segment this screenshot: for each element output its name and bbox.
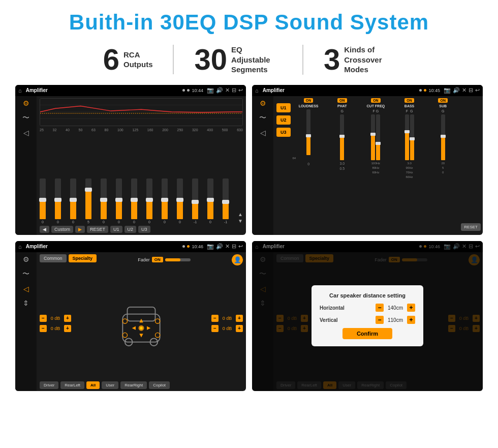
eq-thumb-8[interactable] (146, 198, 153, 202)
ch-cutfreq-slider1[interactable] (371, 114, 375, 160)
eq-slider-9: 0 (162, 178, 168, 224)
crossover-reset-btn[interactable]: RESET (461, 223, 481, 231)
btn-rearleft[interactable]: RearLeft (60, 381, 84, 389)
ch-cutfreq-on: ON (371, 98, 381, 103)
sidebar-wave-icon-3[interactable]: 〜 (22, 270, 29, 279)
tab-common[interactable]: Common (40, 254, 67, 262)
eq-track-5[interactable] (101, 178, 107, 219)
btn-user[interactable]: User (102, 381, 118, 389)
eq-thumb-12[interactable] (207, 198, 214, 202)
db-plus-3[interactable]: + (236, 315, 243, 322)
sidebar-vol-icon-2[interactable]: ◁ (260, 129, 266, 137)
eq-play-btn[interactable]: ▶ (75, 226, 85, 233)
btn-copilot[interactable]: Copilot (149, 381, 170, 389)
eq-track-9[interactable] (162, 178, 168, 219)
btn-driver[interactable]: Driver (40, 381, 58, 389)
eq-track-13[interactable] (223, 178, 229, 219)
eq-thumb-4[interactable] (85, 188, 92, 192)
db-row-3: − 0 dB + (211, 315, 243, 322)
crossover-title: Amplifier (263, 87, 418, 93)
eq-track-3[interactable] (70, 178, 76, 219)
eq-track-4[interactable] (85, 178, 91, 219)
sidebar-wave-icon[interactable]: 〜 (22, 113, 29, 123)
eq-fill-2 (55, 200, 61, 219)
eq-thumb-7[interactable] (131, 198, 138, 202)
eq-slider-10: 0 (177, 178, 183, 224)
sidebar-arrows-icon[interactable]: ⇕ (23, 299, 29, 307)
eq-track-1[interactable] (40, 178, 46, 219)
eq-thumb-13[interactable] (222, 200, 229, 204)
eq-track-12[interactable] (207, 178, 213, 219)
confirm-button[interactable]: Confirm (343, 328, 392, 339)
eq-time: 10:44 (192, 88, 203, 93)
arrow-down[interactable]: ▼ (238, 218, 243, 224)
sidebar-vol-icon-3[interactable]: ◁ (23, 285, 29, 293)
eq-thumb-6[interactable] (115, 198, 122, 202)
ch-loudness-slider1[interactable] (306, 109, 310, 155)
sidebar-eq-icon-3[interactable]: ⚙ (23, 255, 29, 263)
ch-cutfreq-slider2[interactable] (376, 114, 380, 160)
db-plus-4[interactable]: + (236, 325, 243, 332)
db-minus-2[interactable]: − (40, 325, 47, 332)
user-icon[interactable]: 👤 (232, 254, 243, 265)
eq-u3-btn[interactable]: U3 (138, 226, 150, 233)
eq-track-7[interactable] (131, 178, 137, 219)
btn-all[interactable]: All (86, 381, 100, 389)
ch-cutfreq-thumb2[interactable] (376, 142, 381, 145)
screen-eq: ⌂ Amplifier 10:44 📷 🔊 ✕ ⊟ ↩ ⚙ 〜 ◁ (15, 85, 246, 235)
sidebar-eq-icon[interactable]: ⚙ (23, 99, 29, 107)
eq-track-10[interactable] (177, 178, 183, 219)
close-icon: ✕ (225, 87, 230, 94)
arrow-up[interactable]: ▲ (238, 212, 243, 217)
eq-thumb-1[interactable] (39, 198, 46, 202)
ch-bass-sliders (405, 114, 414, 160)
eq-custom-btn[interactable]: Custom (51, 226, 73, 233)
ch-bass-slider1[interactable] (405, 114, 409, 160)
ch-bass-slider2[interactable] (410, 114, 414, 160)
dialog-vertical-minus[interactable]: − (376, 316, 384, 324)
ch-cutfreq-thumb1[interactable] (370, 133, 376, 136)
eq-u1-btn[interactable]: U1 (110, 226, 122, 233)
ch-phat-thumb1[interactable] (339, 135, 345, 138)
ch-bass-thumb1[interactable] (404, 130, 410, 133)
sidebar-wave-icon-2[interactable]: 〜 (259, 113, 266, 123)
sidebar-eq-icon-2[interactable]: ⚙ (260, 99, 266, 107)
ch-sub-slider1[interactable] (441, 114, 445, 160)
eq-thumb-10[interactable] (176, 198, 183, 202)
eq-u2-btn[interactable]: U2 (124, 226, 137, 233)
sidebar-vol-icon[interactable]: ◁ (23, 129, 29, 137)
eq-thumb-3[interactable] (70, 198, 77, 202)
fader-h-slider[interactable] (165, 258, 191, 261)
db-minus-1[interactable]: − (40, 315, 47, 322)
ch-sub-sliders (441, 114, 445, 160)
db-minus-4[interactable]: − (211, 325, 219, 332)
eq-track-8[interactable] (146, 178, 152, 219)
u1-btn[interactable]: U1 (276, 103, 291, 112)
ch-bass-thumb2[interactable] (410, 137, 415, 140)
dialog-horizontal-minus[interactable]: − (376, 304, 384, 312)
db-plus-1[interactable]: + (64, 315, 71, 322)
db-minus-3[interactable]: − (211, 315, 219, 322)
dialog-horizontal-plus[interactable]: + (407, 304, 415, 312)
eq-reset-btn[interactable]: RESET (87, 226, 108, 233)
stat-number-eq: 30 (194, 45, 227, 74)
dialog-vertical-plus[interactable]: + (407, 316, 415, 324)
ch-sub-thumb1[interactable] (441, 135, 446, 138)
eq-track-6[interactable] (116, 178, 122, 219)
eq-track-11[interactable] (192, 178, 198, 219)
eq-thumb-11[interactable] (192, 200, 199, 204)
eq-arrows[interactable]: ▲ ▼ (238, 212, 243, 224)
tab-specialty[interactable]: Specialty (69, 254, 97, 262)
eq-thumb-5[interactable] (100, 198, 107, 202)
eq-track-2[interactable] (55, 178, 61, 219)
btn-rearright[interactable]: RearRight (120, 381, 147, 389)
eq-thumb-9[interactable] (161, 198, 168, 202)
ch-phat-slider1[interactable] (340, 114, 344, 160)
eq-fill-9 (162, 200, 168, 219)
ch-loudness-thumb1[interactable] (306, 134, 311, 137)
db-plus-2[interactable]: + (64, 325, 71, 332)
u3-btn[interactable]: U3 (276, 128, 291, 137)
eq-prev-btn[interactable]: ◀ (40, 226, 49, 233)
u2-btn[interactable]: U2 (276, 115, 291, 125)
eq-thumb-2[interactable] (54, 198, 61, 202)
